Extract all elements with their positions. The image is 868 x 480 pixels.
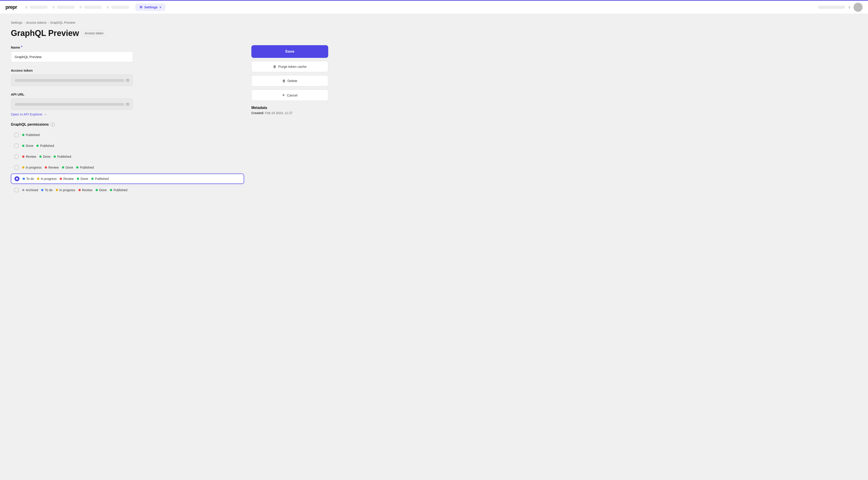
- breadcrumb-current: GraphQL Preview: [50, 21, 75, 24]
- api-url-field: ⧉: [11, 99, 133, 110]
- avatar[interactable]: [854, 3, 863, 12]
- purge-token-button[interactable]: 🗑 Purge token cache: [251, 61, 328, 72]
- permission-radio-2[interactable]: [14, 154, 19, 159]
- blue-dot-icon: [23, 178, 25, 180]
- yellow-dot-icon: [56, 189, 58, 191]
- breadcrumb-settings[interactable]: Settings: [11, 21, 22, 24]
- red-dot-icon: [60, 178, 62, 180]
- status-tag: Done: [22, 144, 33, 148]
- nav-pill: [57, 6, 75, 9]
- created-value: Feb 24 2024, 11:27: [265, 111, 292, 115]
- nav-pill: [111, 6, 129, 9]
- status-tag: Review: [79, 188, 92, 192]
- nav-placeholder-1: [25, 6, 48, 9]
- status-tag-label: Done: [43, 155, 51, 158]
- status-tag: Done: [96, 188, 107, 192]
- status-tag: In progress: [22, 166, 41, 169]
- access-token-field-group: Access token ⧉: [11, 68, 244, 86]
- permission-radio-4[interactable]: [14, 176, 20, 181]
- status-tag-label: Published: [57, 155, 71, 158]
- status-tag-label: Review: [26, 155, 36, 158]
- permission-radio-5[interactable]: [14, 188, 19, 193]
- nav-placeholder-2: [52, 6, 75, 9]
- permission-row-0[interactable]: Published: [11, 130, 244, 140]
- status-tag: To do: [41, 188, 53, 192]
- status-tag: Review: [60, 177, 74, 181]
- access-token-masked: [15, 79, 124, 82]
- topnav: prepr ⚙ Settings ∨ ∨: [0, 0, 868, 13]
- nav-pill: [30, 6, 48, 9]
- status-tag: Done: [62, 166, 73, 169]
- status-tag: Published: [91, 177, 109, 181]
- status-tag-label: In progress: [41, 177, 57, 181]
- save-button[interactable]: Save: [251, 45, 328, 58]
- breadcrumb: Settings › Access tokens › GraphQL Previ…: [11, 21, 328, 24]
- content-grid: Name * Access token ⧉ API URL ⧉: [11, 45, 328, 196]
- status-tag-label: Published: [80, 166, 94, 169]
- delete-button[interactable]: 🗑 Delete: [251, 75, 328, 86]
- green-dot-icon: [22, 134, 24, 136]
- green-dot-icon: [39, 156, 41, 158]
- permissions-info-icon[interactable]: i: [51, 123, 55, 127]
- required-indicator: *: [21, 45, 22, 49]
- yellow-dot-icon: [22, 166, 24, 168]
- status-tag: Published: [76, 166, 94, 169]
- breadcrumb-sep-1: ›: [24, 21, 25, 24]
- nav-right-chevron-icon: ∨: [848, 5, 851, 10]
- blue-dot-icon: [41, 189, 43, 191]
- nav-dot: [79, 6, 82, 8]
- permissions-section: GraphQL permissions i PublishedDonePubli…: [11, 123, 244, 196]
- chevron-down-icon: ∨: [159, 6, 161, 9]
- api-url-field-group: API URL ⧉ Open in API Explorer →: [11, 92, 244, 116]
- status-tag-label: Done: [66, 166, 73, 169]
- name-input[interactable]: [11, 52, 133, 62]
- close-icon: ✕: [282, 93, 285, 97]
- status-tag: Archived: [22, 188, 38, 192]
- nav-dot: [52, 6, 55, 8]
- settings-tab[interactable]: ⚙ Settings ∨: [135, 3, 165, 11]
- main-content: Settings › Access tokens › GraphQL Previ…: [0, 13, 339, 203]
- permissions-label: GraphQL permissions i: [11, 123, 244, 127]
- api-explorer-link[interactable]: Open in API Explorer →: [11, 112, 244, 116]
- status-tag: Published: [22, 133, 40, 137]
- permission-row-3[interactable]: In progressReviewDonePublished: [11, 163, 244, 172]
- delete-icon: 🗑: [282, 79, 286, 83]
- red-dot-icon: [79, 189, 81, 191]
- status-tag-label: Review: [63, 177, 74, 181]
- yellow-dot-icon: [37, 178, 39, 180]
- permission-radio-3[interactable]: [14, 165, 19, 170]
- permission-row-1[interactable]: DonePublished: [11, 141, 244, 151]
- status-tag-label: Published: [40, 144, 54, 148]
- status-tag: Published: [36, 144, 54, 148]
- copy-url-icon[interactable]: ⧉: [126, 102, 129, 107]
- status-tag-label: Published: [114, 188, 127, 192]
- access-token-badge: Access token: [82, 30, 106, 36]
- permission-radio-1[interactable]: [14, 143, 19, 148]
- status-tag-label: Published: [26, 133, 40, 137]
- nav-right: ∨: [818, 3, 863, 12]
- green-dot-icon: [96, 189, 98, 191]
- cancel-button[interactable]: ✕ Cancel: [251, 90, 328, 101]
- red-dot-icon: [45, 166, 47, 168]
- status-tag-label: To do: [45, 188, 53, 192]
- permission-radio-0[interactable]: [14, 132, 19, 137]
- name-field-group: Name *: [11, 45, 244, 62]
- permission-row-4[interactable]: To doIn progressReviewDonePublished: [11, 173, 244, 184]
- created-label: Created:: [251, 111, 264, 115]
- left-panel: Name * Access token ⧉ API URL ⧉: [11, 45, 244, 196]
- nav-right-pill: [818, 6, 845, 9]
- breadcrumb-access-tokens[interactable]: Access tokens: [26, 21, 46, 24]
- green-dot-icon: [110, 189, 112, 191]
- access-token-field: ⧉: [11, 74, 133, 86]
- red-dot-icon: [22, 156, 24, 158]
- permission-row-2[interactable]: ReviewDonePublished: [11, 152, 244, 161]
- permission-row-5[interactable]: ArchivedTo doIn progressReviewDonePublis…: [11, 185, 244, 195]
- gray-dot-icon: [22, 189, 24, 191]
- name-label: Name *: [11, 45, 244, 49]
- right-panel: Save 🗑 Purge token cache 🗑 Delete ✕ Canc…: [251, 45, 328, 115]
- green-dot-icon: [91, 178, 94, 180]
- metadata-title: Metadata: [251, 106, 328, 110]
- status-tag: Published: [110, 188, 127, 192]
- status-tag-label: Done: [81, 177, 88, 181]
- copy-token-icon[interactable]: ⧉: [126, 78, 129, 83]
